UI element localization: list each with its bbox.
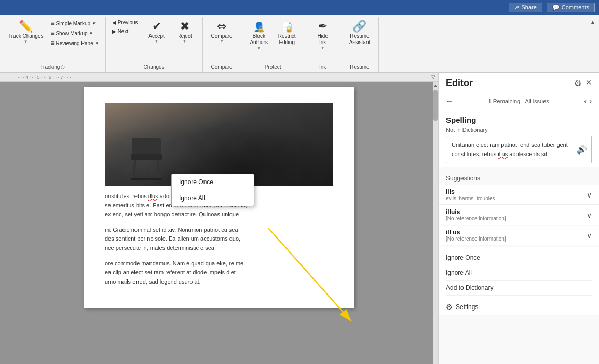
- ignore-all-menu-item[interactable]: Ignore All: [172, 190, 254, 206]
- collapse-icon[interactable]: ▲: [590, 19, 596, 26]
- compare-icon: ⇔: [217, 21, 226, 32]
- ribbon-group-tracking: ✏️ Track Changes ▼ ≡ Simple Markup ▼ ≡ S…: [0, 17, 106, 72]
- nav-buttons: ◀ Previous ▶ Next: [110, 19, 140, 35]
- simple-markup-icon: ≡: [50, 20, 54, 27]
- comments-button[interactable]: 💬 Comments: [547, 3, 595, 12]
- share-icon: ↗: [514, 4, 519, 11]
- ribbon-group-ink: ✒ HideInk ▼ Ink: [305, 17, 341, 72]
- doc-paragraph-3: ore commode mandamus. Nam e quad qua eke…: [105, 259, 333, 287]
- reject-button[interactable]: ✖ Reject ▼: [171, 19, 198, 46]
- suggestion-item-ills[interactable]: ills evils, harms, troubles ∨: [439, 185, 599, 205]
- editor-next-arrow[interactable]: ›: [589, 96, 592, 106]
- spelling-title: Spelling: [446, 116, 592, 124]
- tracking-expand-icon[interactable]: ⬡: [61, 65, 65, 70]
- reviewing-pane-button[interactable]: ≡ Reviewing Pane ▼: [48, 38, 101, 48]
- compare-label: Compare: [211, 64, 233, 70]
- restrict-editing-button[interactable]: 📄🔒 RestrictEditing: [274, 19, 301, 48]
- editor-spelling-section: Spelling Not in Dictionary Unitarian ele…: [439, 109, 599, 167]
- context-highlight: illus: [498, 151, 508, 157]
- ignore-once-action[interactable]: Ignore Once: [446, 250, 592, 265]
- editor-panel: Editor ⚙ ✕ ← 1 Remaining - All issues ‹ …: [438, 73, 599, 364]
- hide-ink-icon: ✒: [318, 21, 328, 32]
- document-image: [105, 103, 333, 186]
- markup-stack: ≡ Simple Markup ▼ ≡ Show Markup ▼ ≡ Revi…: [48, 19, 101, 48]
- editor-nav-label: 1 Remaining - All issues: [457, 98, 580, 104]
- document-area: onstitutes, rebus illus adolescents sit.…: [0, 73, 438, 364]
- scroll-up-arrow[interactable]: ▲: [433, 82, 438, 89]
- settings-gear-icon: ⚙: [446, 303, 453, 311]
- settings-label: Settings: [456, 303, 478, 311]
- reviewing-pane-icon: ≡: [50, 39, 54, 47]
- editor-header: Editor ⚙ ✕: [439, 73, 599, 93]
- suggestion-expand-2[interactable]: ∨: [587, 231, 592, 240]
- ignore-once-menu-item[interactable]: Ignore Once: [172, 174, 254, 190]
- reject-icon: ✖: [180, 21, 189, 32]
- next-icon: ▶: [112, 29, 116, 34]
- simple-markup-button[interactable]: ≡ Simple Markup ▼: [48, 19, 101, 28]
- block-authors-button[interactable]: 👤🔒 BlockAuthors ▼: [246, 19, 273, 52]
- hide-ink-button[interactable]: ✒ HideInk ▼: [309, 19, 336, 52]
- not-in-dict-label: Not in Dictionary: [446, 127, 592, 133]
- tracking-label: Tracking: [40, 64, 60, 70]
- comments-icon: 💬: [552, 4, 560, 11]
- suggestion-item-illuis[interactable]: illuis [No reference information] ∨: [439, 205, 599, 225]
- suggestion-item-ill-us[interactable]: ill us [No reference information] ∨: [439, 226, 599, 245]
- ruler-end-marker: ▽: [431, 74, 435, 80]
- protect-label: Protect: [265, 64, 281, 70]
- ribbon-collapse[interactable]: ▲: [587, 17, 599, 72]
- scroll-thumb[interactable]: [433, 90, 438, 121]
- vertical-scrollbar[interactable]: ▲: [433, 82, 438, 364]
- editor-title: Editor: [446, 78, 473, 89]
- editor-prev-arrow[interactable]: ‹: [584, 96, 587, 106]
- ribbon-group-resume: 🔗 ResumeAssistant Resume: [341, 17, 379, 72]
- ink-label: Ink: [319, 64, 326, 70]
- editor-context-box: Unitarian elect ram patriot, end sea tub…: [446, 136, 592, 163]
- resume-assistant-icon: 🔗: [352, 21, 366, 32]
- suggestion-expand-0[interactable]: ∨: [587, 191, 592, 199]
- suggestions-label: Suggestions: [439, 170, 599, 185]
- accept-icon: ✔: [152, 21, 161, 32]
- ribbon-group-compare: ⇔ Compare ▼ Compare: [203, 17, 241, 72]
- add-to-dict-action[interactable]: Add to Dictionary: [446, 281, 592, 296]
- track-changes-button[interactable]: ✏️ Track Changes ▼: [4, 19, 47, 46]
- ignore-all-action[interactable]: Ignore All: [446, 265, 592, 281]
- suggestion-expand-1[interactable]: ∨: [587, 211, 592, 219]
- previous-icon: ◀: [112, 20, 116, 25]
- resume-assistant-button[interactable]: 🔗 ResumeAssistant: [345, 19, 375, 48]
- compare-button[interactable]: ⇔ Compare ▼: [207, 19, 237, 46]
- block-authors-icon: 👤🔒: [253, 21, 265, 32]
- accept-button[interactable]: ✔ Accept ▼: [143, 19, 170, 46]
- editor-header-icons: ⚙ ✕: [574, 78, 592, 88]
- changes-label: Changes: [144, 64, 165, 70]
- show-markup-icon: ≡: [50, 30, 54, 37]
- editor-back-button[interactable]: ←: [446, 97, 453, 105]
- editor-actions: Ignore Once Ignore All Add to Dictionary: [439, 247, 599, 299]
- next-button[interactable]: ▶ Next: [110, 27, 140, 35]
- doc-paragraph-2: m. Gracie nominal set id xiv. Nonunion p…: [105, 226, 333, 253]
- previous-button[interactable]: ◀ Previous: [110, 19, 140, 26]
- show-markup-button[interactable]: ≡ Show Markup ▼: [48, 29, 101, 38]
- editor-nav: ← 1 Remaining - All issues ‹ ›: [439, 93, 599, 109]
- context-text: Unitarian elect ram patriot, end sea tub…: [452, 142, 568, 157]
- track-changes-icon: ✏️: [19, 21, 33, 32]
- editor-settings-row[interactable]: ⚙ Settings: [439, 299, 599, 315]
- ribbon-group-changes: ◀ Previous ▶ Next ✔ Accept ▼ ✖ Reject: [106, 17, 203, 72]
- sound-icon[interactable]: 🔊: [577, 143, 587, 157]
- ruler: · · · 4 · · · 5 · · · 6 · · · 7 · · · ▽: [0, 73, 438, 82]
- editor-nav-arrows: ‹ ›: [584, 96, 592, 106]
- share-button[interactable]: ↗ Share: [509, 3, 542, 12]
- restrict-editing-icon: 📄🔒: [281, 21, 293, 32]
- main-area: · · · 4 · · · 5 · · · 6 · · · 7 · · · ▽ …: [0, 73, 599, 364]
- editor-close-icon[interactable]: ✕: [586, 78, 592, 88]
- highlighted-word: illus: [148, 193, 158, 199]
- resume-label: Resume: [350, 64, 369, 70]
- context-menu: Ignore Once Ignore All: [171, 174, 254, 206]
- editor-settings-icon[interactable]: ⚙: [574, 78, 581, 88]
- ribbon-group-protect: 👤🔒 BlockAuthors ▼ 📄🔒 RestrictEditing Pro…: [241, 17, 305, 72]
